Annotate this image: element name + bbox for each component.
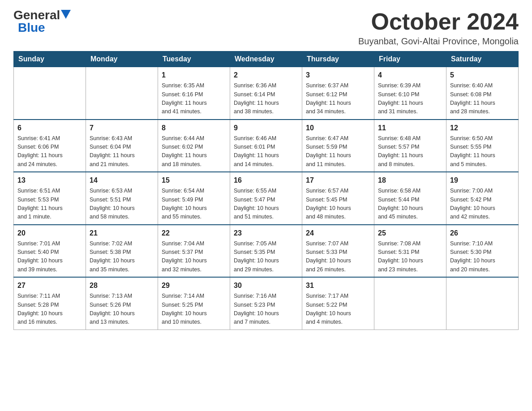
day-info: Sunrise: 6:46 AM Sunset: 6:01 PM Dayligh…	[234, 134, 298, 169]
day-info: Sunrise: 7:08 AM Sunset: 5:31 PM Dayligh…	[378, 240, 442, 274]
day-info: Sunrise: 7:13 AM Sunset: 5:26 PM Dayligh…	[90, 292, 154, 327]
page-header: General Blue October 2024 Buyanbat, Govi…	[13, 9, 519, 47]
day-number: 23	[234, 228, 298, 239]
logo-general-text: General	[13, 9, 60, 21]
day-number: 18	[378, 175, 442, 186]
day-number: 9	[234, 123, 298, 133]
calendar-table: Sunday Monday Tuesday Wednesday Thursday…	[13, 51, 519, 330]
col-sunday: Sunday	[14, 51, 86, 67]
day-info: Sunrise: 6:48 AM Sunset: 5:57 PM Dayligh…	[378, 134, 442, 169]
day-info: Sunrise: 7:00 AM Sunset: 5:42 PM Dayligh…	[450, 187, 515, 222]
table-cell	[374, 277, 446, 330]
day-info: Sunrise: 7:04 AM Sunset: 5:37 PM Dayligh…	[162, 240, 226, 274]
day-info: Sunrise: 6:58 AM Sunset: 5:44 PM Dayligh…	[378, 187, 442, 222]
table-cell: 17Sunrise: 6:57 AM Sunset: 5:45 PM Dayli…	[302, 172, 374, 225]
table-cell: 8Sunrise: 6:44 AM Sunset: 6:02 PM Daylig…	[158, 120, 230, 172]
day-number: 24	[306, 228, 370, 239]
day-info: Sunrise: 7:16 AM Sunset: 5:23 PM Dayligh…	[234, 292, 298, 327]
table-cell: 15Sunrise: 6:54 AM Sunset: 5:49 PM Dayli…	[158, 172, 230, 225]
day-number: 16	[234, 175, 298, 186]
table-cell: 7Sunrise: 6:43 AM Sunset: 6:04 PM Daylig…	[86, 120, 158, 172]
calendar-week-row: 20Sunrise: 7:01 AM Sunset: 5:40 PM Dayli…	[14, 225, 519, 278]
day-info: Sunrise: 7:14 AM Sunset: 5:25 PM Dayligh…	[162, 292, 226, 327]
table-cell: 6Sunrise: 6:41 AM Sunset: 6:06 PM Daylig…	[14, 120, 86, 172]
day-number: 28	[90, 280, 154, 291]
table-cell: 30Sunrise: 7:16 AM Sunset: 5:23 PM Dayli…	[230, 277, 302, 330]
col-wednesday: Wednesday	[230, 51, 302, 67]
table-cell: 26Sunrise: 7:10 AM Sunset: 5:30 PM Dayli…	[446, 225, 519, 278]
table-cell: 31Sunrise: 7:17 AM Sunset: 5:22 PM Dayli…	[302, 277, 374, 330]
logo: General Blue	[13, 9, 71, 34]
table-cell: 5Sunrise: 6:40 AM Sunset: 6:08 PM Daylig…	[446, 67, 519, 120]
day-info: Sunrise: 7:01 AM Sunset: 5:40 PM Dayligh…	[17, 240, 82, 274]
table-cell: 2Sunrise: 6:36 AM Sunset: 6:14 PM Daylig…	[230, 67, 302, 120]
table-cell: 28Sunrise: 7:13 AM Sunset: 5:26 PM Dayli…	[86, 277, 158, 330]
table-cell: 12Sunrise: 6:50 AM Sunset: 5:55 PM Dayli…	[446, 120, 519, 172]
table-cell: 20Sunrise: 7:01 AM Sunset: 5:40 PM Dayli…	[14, 225, 86, 278]
table-cell: 1Sunrise: 6:35 AM Sunset: 6:16 PM Daylig…	[158, 67, 230, 120]
table-cell: 29Sunrise: 7:14 AM Sunset: 5:25 PM Dayli…	[158, 277, 230, 330]
day-number: 4	[378, 70, 442, 81]
day-number: 20	[17, 228, 82, 239]
calendar-week-row: 13Sunrise: 6:51 AM Sunset: 5:53 PM Dayli…	[14, 172, 519, 225]
table-cell: 18Sunrise: 6:58 AM Sunset: 5:44 PM Dayli…	[374, 172, 446, 225]
day-number: 11	[378, 123, 442, 133]
col-monday: Monday	[86, 51, 158, 67]
day-info: Sunrise: 6:40 AM Sunset: 6:08 PM Dayligh…	[450, 81, 515, 116]
day-number: 7	[90, 123, 154, 133]
day-info: Sunrise: 6:54 AM Sunset: 5:49 PM Dayligh…	[162, 187, 226, 222]
table-cell	[86, 67, 158, 120]
day-number: 5	[450, 70, 515, 81]
col-saturday: Saturday	[446, 51, 519, 67]
table-cell: 25Sunrise: 7:08 AM Sunset: 5:31 PM Dayli…	[374, 225, 446, 278]
table-cell: 21Sunrise: 7:02 AM Sunset: 5:38 PM Dayli…	[86, 225, 158, 278]
day-number: 2	[234, 70, 298, 81]
svg-marker-0	[61, 10, 71, 19]
table-cell: 14Sunrise: 6:53 AM Sunset: 5:51 PM Dayli…	[86, 172, 158, 225]
day-number: 26	[450, 228, 515, 239]
calendar-header-row: Sunday Monday Tuesday Wednesday Thursday…	[14, 51, 519, 67]
day-info: Sunrise: 6:35 AM Sunset: 6:16 PM Dayligh…	[162, 81, 226, 116]
day-info: Sunrise: 7:07 AM Sunset: 5:33 PM Dayligh…	[306, 240, 370, 274]
day-number: 27	[17, 280, 82, 291]
day-info: Sunrise: 6:44 AM Sunset: 6:02 PM Dayligh…	[162, 134, 226, 169]
col-friday: Friday	[374, 51, 446, 67]
day-info: Sunrise: 6:39 AM Sunset: 6:10 PM Dayligh…	[378, 81, 442, 116]
day-number: 31	[306, 280, 370, 291]
table-cell	[446, 277, 519, 330]
day-info: Sunrise: 6:43 AM Sunset: 6:04 PM Dayligh…	[90, 134, 154, 169]
day-info: Sunrise: 6:50 AM Sunset: 5:55 PM Dayligh…	[450, 134, 515, 169]
table-cell: 3Sunrise: 6:37 AM Sunset: 6:12 PM Daylig…	[302, 67, 374, 120]
day-number: 22	[162, 228, 226, 239]
day-info: Sunrise: 6:57 AM Sunset: 5:45 PM Dayligh…	[306, 187, 370, 222]
day-number: 15	[162, 175, 226, 186]
day-number: 25	[378, 228, 442, 239]
day-info: Sunrise: 7:05 AM Sunset: 5:35 PM Dayligh…	[234, 240, 298, 274]
table-cell: 27Sunrise: 7:11 AM Sunset: 5:28 PM Dayli…	[14, 277, 86, 330]
logo-triangle-icon	[61, 10, 71, 19]
day-info: Sunrise: 6:55 AM Sunset: 5:47 PM Dayligh…	[234, 187, 298, 222]
table-cell: 9Sunrise: 6:46 AM Sunset: 6:01 PM Daylig…	[230, 120, 302, 172]
day-number: 3	[306, 70, 370, 81]
table-cell: 23Sunrise: 7:05 AM Sunset: 5:35 PM Dayli…	[230, 225, 302, 278]
calendar-week-row: 6Sunrise: 6:41 AM Sunset: 6:06 PM Daylig…	[14, 120, 519, 172]
day-info: Sunrise: 6:47 AM Sunset: 5:59 PM Dayligh…	[306, 134, 370, 169]
day-number: 1	[162, 70, 226, 81]
day-number: 30	[234, 280, 298, 291]
table-cell: 10Sunrise: 6:47 AM Sunset: 5:59 PM Dayli…	[302, 120, 374, 172]
table-cell	[14, 67, 86, 120]
calendar-week-row: 1Sunrise: 6:35 AM Sunset: 6:16 PM Daylig…	[14, 67, 519, 120]
location-subtitle: Buyanbat, Govi-Altai Province, Mongolia	[358, 36, 519, 47]
day-info: Sunrise: 7:02 AM Sunset: 5:38 PM Dayligh…	[90, 240, 154, 274]
col-thursday: Thursday	[302, 51, 374, 67]
day-number: 10	[306, 123, 370, 133]
col-tuesday: Tuesday	[158, 51, 230, 67]
day-number: 8	[162, 123, 226, 133]
calendar-week-row: 27Sunrise: 7:11 AM Sunset: 5:28 PM Dayli…	[14, 277, 519, 330]
day-number: 13	[17, 175, 82, 186]
day-info: Sunrise: 7:11 AM Sunset: 5:28 PM Dayligh…	[17, 292, 82, 327]
logo-blue-text: Blue	[18, 21, 45, 34]
day-number: 17	[306, 175, 370, 186]
day-info: Sunrise: 6:51 AM Sunset: 5:53 PM Dayligh…	[17, 187, 82, 222]
month-title: October 2024	[358, 9, 519, 34]
